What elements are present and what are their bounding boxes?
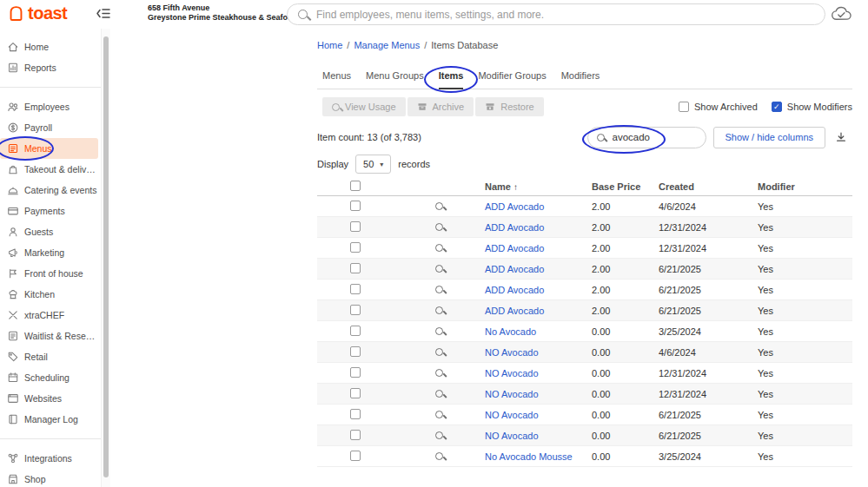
download-button[interactable] <box>835 131 847 143</box>
sidebar-scrollbar[interactable] <box>101 29 110 487</box>
home-icon <box>7 41 19 53</box>
row-checkbox[interactable] <box>350 367 361 378</box>
row-preview-icon[interactable] <box>435 369 443 377</box>
archive-button[interactable]: Archive <box>407 97 474 116</box>
row-preview-icon[interactable] <box>435 306 443 314</box>
row-checkbox[interactable] <box>350 430 361 440</box>
row-checkbox[interactable] <box>350 263 361 273</box>
row-checkbox[interactable] <box>350 242 361 253</box>
table-row: NO Avocado 0.00 6/21/2025 Yes <box>317 405 852 425</box>
name-column-header[interactable]: Name ↑ <box>485 181 592 192</box>
item-name-link[interactable]: NO Avocado <box>485 431 592 441</box>
item-name-link[interactable]: ADD Avocado <box>485 285 592 295</box>
row-preview-icon[interactable] <box>435 431 443 439</box>
show-archived-checkbox[interactable] <box>679 102 689 112</box>
modifier-column-header[interactable]: Modifier <box>758 181 852 192</box>
row-preview-icon[interactable] <box>435 265 443 273</box>
sidebar-item-home[interactable]: Home <box>0 36 101 57</box>
sidebar-item-payroll[interactable]: Payroll <box>0 117 101 138</box>
global-search[interactable] <box>287 3 825 25</box>
row-checkbox[interactable] <box>350 409 361 419</box>
row-preview-icon[interactable] <box>435 411 443 418</box>
item-name-link[interactable]: NO Avocado <box>485 389 592 399</box>
item-name-link[interactable]: ADD Avocado <box>485 222 592 233</box>
created-column-header[interactable]: Created <box>659 181 758 192</box>
sidebar-item-shop[interactable]: Shop <box>0 469 101 487</box>
item-name-link[interactable]: NO Avocado <box>485 410 592 420</box>
sidebar-item-takeout-delivery[interactable]: Takeout & delivery <box>0 159 101 180</box>
sidebar-item-front-of-house[interactable]: Front of house <box>0 263 101 284</box>
restore-button[interactable]: Restore <box>475 97 544 116</box>
row-checkbox[interactable] <box>350 201 361 211</box>
sidebar-item-kitchen[interactable]: Kitchen <box>0 284 101 305</box>
row-checkbox[interactable] <box>350 388 361 398</box>
location-switcher[interactable]: 658 Fifth Avenue Greystone Prime Steakho… <box>148 3 297 23</box>
sidebar-item-reports[interactable]: Reports <box>0 57 101 78</box>
sidebar-collapse-button[interactable] <box>96 7 111 23</box>
sidebar-item-waitlist-reservations[interactable]: Waitlist & Reservati... <box>0 326 101 346</box>
row-checkbox[interactable] <box>350 346 361 357</box>
row-checkbox[interactable] <box>350 284 361 294</box>
item-name-link[interactable]: NO Avocado <box>485 368 592 378</box>
row-preview-icon[interactable] <box>435 244 443 252</box>
tab-modifiers[interactable]: Modifiers <box>561 70 600 89</box>
toast-logo[interactable]: toast <box>7 3 67 23</box>
item-name-link[interactable]: ADD Avocado <box>485 243 592 253</box>
tab-menus[interactable]: Menus <box>322 70 351 89</box>
sidebar-item-employees[interactable]: Employees <box>0 96 101 117</box>
item-name-link[interactable]: No Avocado Mousse <box>485 451 592 462</box>
item-name-link[interactable]: No Avocado <box>485 326 592 337</box>
show-archived-toggle[interactable]: Show Archived <box>679 102 758 112</box>
view-usage-button[interactable]: View Usage <box>322 97 406 116</box>
breadcrumb-manage-menus[interactable]: Manage Menus <box>354 40 420 50</box>
row-checkbox[interactable] <box>350 305 361 315</box>
sidebar-item-xtrachef[interactable]: xtraCHEF <box>0 305 101 326</box>
sidebar-item-guests[interactable]: Guests <box>0 221 101 242</box>
base-price-column-header[interactable]: Base Price <box>592 181 659 192</box>
page-size-select[interactable]: 50 ▾ <box>355 155 391 174</box>
show-modifiers-checkbox[interactable]: ✓ <box>772 102 782 112</box>
sidebar-item-marketing[interactable]: Marketing <box>0 242 101 263</box>
sidebar-item-websites[interactable]: Websites <box>0 388 101 409</box>
sidebar-item-manager-log[interactable]: Manager Log <box>0 409 101 430</box>
row-preview-icon[interactable] <box>435 348 443 356</box>
integrations-nodes-icon <box>7 452 19 464</box>
row-preview-icon[interactable] <box>435 327 443 335</box>
sidebar-item-retail[interactable]: Retail <box>0 346 101 367</box>
show-hide-columns-button[interactable]: Show / hide columns <box>713 127 826 148</box>
row-preview-icon[interactable] <box>435 202 443 210</box>
sidebar-item-integrations[interactable]: Integrations <box>0 448 101 469</box>
top-bar: toast 658 Fifth Avenue Greystone Prime S… <box>0 0 868 29</box>
item-name-link[interactable]: ADD Avocado <box>485 201 592 212</box>
items-search[interactable] <box>587 127 706 148</box>
row-preview-icon[interactable] <box>435 286 443 293</box>
items-search-input[interactable] <box>611 131 684 143</box>
breadcrumb-home[interactable]: Home <box>317 40 342 50</box>
show-modifiers-toggle[interactable]: ✓ Show Modifiers <box>772 102 852 112</box>
item-name-link[interactable]: NO Avocado <box>485 347 592 358</box>
row-checkbox[interactable] <box>350 326 361 336</box>
modifier-cell: Yes <box>758 306 852 316</box>
global-search-input[interactable] <box>315 8 814 22</box>
row-preview-icon[interactable] <box>435 223 443 231</box>
modifier-cell: Yes <box>758 347 852 358</box>
item-name-link[interactable]: ADD Avocado <box>485 264 592 274</box>
archive-label: Archive <box>433 102 465 112</box>
item-name-link[interactable]: ADD Avocado <box>485 306 592 316</box>
row-preview-icon[interactable] <box>435 452 443 460</box>
tab-items[interactable]: Items <box>439 70 464 89</box>
row-preview-icon[interactable] <box>435 390 443 398</box>
tab-modifier-groups[interactable]: Modifier Groups <box>478 70 546 89</box>
sync-status-button[interactable] <box>831 6 852 24</box>
tab-menu-groups[interactable]: Menu Groups <box>366 70 424 89</box>
location-address: 658 Fifth Avenue <box>148 3 297 13</box>
row-checkbox[interactable] <box>350 451 361 461</box>
sidebar-item-menus[interactable]: Menus <box>0 138 98 159</box>
sidebar-item-payments[interactable]: Payments <box>0 201 101 221</box>
sidebar-item-catering-events[interactable]: Catering & events <box>0 180 101 201</box>
scrollbar-thumb[interactable] <box>103 36 109 477</box>
row-checkbox[interactable] <box>350 221 361 232</box>
search-icon <box>597 134 605 141</box>
select-all-checkbox[interactable] <box>350 181 361 191</box>
sidebar-item-scheduling[interactable]: Scheduling <box>0 367 101 388</box>
